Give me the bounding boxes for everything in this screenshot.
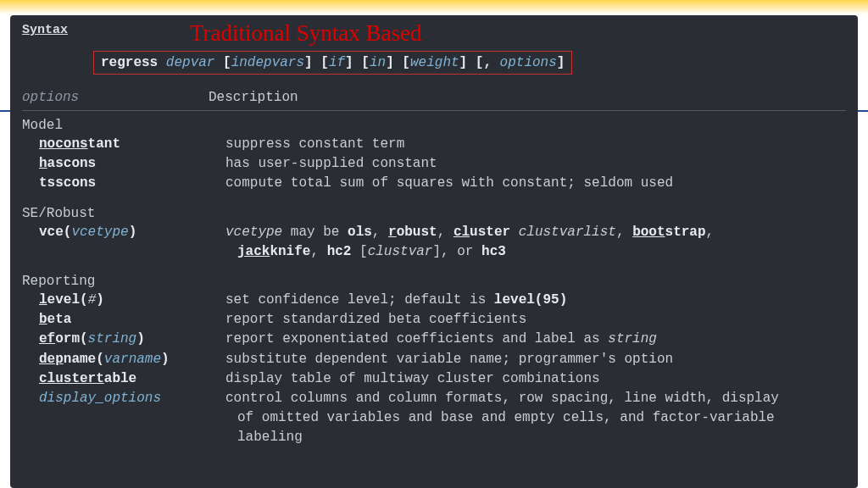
option-display-options-l3: labeling xyxy=(22,428,846,447)
syntax-command: regress depvar [indepvars] [if] [in] [we… xyxy=(93,51,572,75)
section-model: Model xyxy=(22,118,846,133)
option-display-options: display_options control columns and colu… xyxy=(22,389,846,408)
option-noconstant: noconstant suppress constant term xyxy=(22,135,846,154)
option-beta: beta report standardized beta coefficien… xyxy=(22,310,846,330)
option-vce-cont: jackknife, hc2 [clustvar], or hc3 xyxy=(22,242,846,262)
options-header: options xyxy=(22,90,209,105)
section-se-robust: SE/Robust xyxy=(22,206,846,221)
table-header: options Description xyxy=(22,90,846,105)
option-eform: eform(string) report exponentiated coeff… xyxy=(22,330,846,349)
option-vce: vce(vcetype) vcetype may be ols, robust,… xyxy=(22,223,846,242)
option-display-options-l2: of omitted variables and base and empty … xyxy=(22,408,846,428)
option-level: level(#) set confidence level; default i… xyxy=(22,291,846,310)
syntax-heading[interactable]: Syntax xyxy=(22,23,68,37)
option-depname: depname(varname) substitute dependent va… xyxy=(22,350,846,369)
red-annotation: Traditional Syntax Based xyxy=(190,20,422,47)
option-hascons: hascons has user-supplied constant xyxy=(22,154,846,174)
option-tsscons: tsscons compute total sum of squares wit… xyxy=(22,174,846,193)
option-clustertable: clustertable display table of multiway c… xyxy=(22,369,846,389)
help-panel: Syntax Traditional Syntax Based regress … xyxy=(10,15,858,488)
section-reporting: Reporting xyxy=(22,274,846,289)
description-header: Description xyxy=(209,90,298,105)
